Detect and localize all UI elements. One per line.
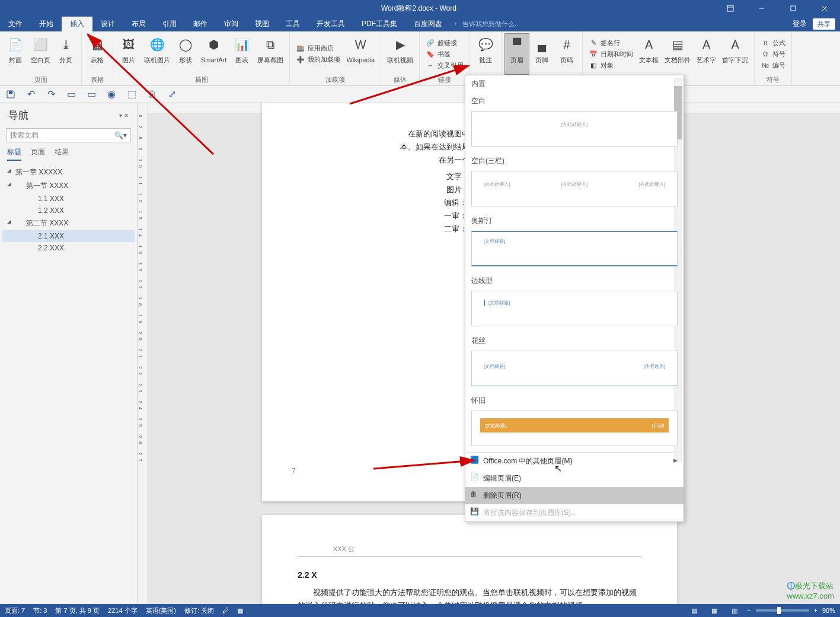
- tell-me-box[interactable]: 告诉我您想做什么...: [451, 20, 520, 28]
- qat-icon[interactable]: ⬚: [126, 88, 138, 100]
- status-words[interactable]: 2214 个字: [108, 606, 138, 615]
- nav-node[interactable]: 1.1 XXX: [2, 193, 135, 205]
- status-section[interactable]: 节: 3: [33, 606, 47, 615]
- menu-tab-布局[interactable]: 布局: [123, 17, 154, 31]
- ribbon-公式[interactable]: π公式: [758, 37, 788, 48]
- gallery-preview-retro[interactable]: [文档标题][日期]: [471, 411, 678, 446]
- qat-icon[interactable]: ⎘: [146, 88, 158, 100]
- ribbon-分页[interactable]: ⤓分页: [54, 34, 78, 74]
- ribbon-表格[interactable]: ▦表格: [85, 34, 109, 74]
- save-icon[interactable]: [5, 88, 17, 100]
- status-macro-icon[interactable]: ▦: [237, 607, 243, 615]
- ribbon-交叉引用[interactable]: ↔交叉引用: [423, 60, 466, 71]
- gallery-preview-three[interactable]: [在此处键入][在此处键入][在此处键入]: [471, 171, 678, 206]
- read-mode-icon[interactable]: ▤: [686, 605, 702, 616]
- web-layout-icon[interactable]: ▥: [727, 605, 742, 616]
- nav-node[interactable]: ◢第二节 XXXX: [2, 217, 135, 230]
- ribbon-屏幕截图[interactable]: ⧉屏幕截图: [255, 34, 286, 74]
- menu-tab-开始[interactable]: 开始: [31, 17, 62, 31]
- gallery-preview-austin[interactable]: [文档标题]: [471, 231, 678, 266]
- ribbon-空白页[interactable]: ⬜空白页: [28, 34, 53, 74]
- ribbon-首字下沉[interactable]: A首字下沉: [720, 34, 750, 74]
- ribbon-编号[interactable]: №编号: [758, 60, 788, 71]
- ribbon-对象[interactable]: ◧对象: [586, 60, 635, 71]
- login-link[interactable]: 登录: [793, 19, 807, 29]
- ribbon-页眉[interactable]: ▀页眉: [505, 34, 529, 74]
- share-button[interactable]: 共享: [813, 18, 835, 30]
- zoom-level[interactable]: 90%: [822, 607, 835, 614]
- ribbon-符号[interactable]: Ω符号: [758, 49, 788, 59]
- nav-tab-标题[interactable]: 标题: [7, 147, 21, 161]
- zoom-slider[interactable]: [756, 609, 809, 612]
- ribbon-页码[interactable]: #页码: [555, 34, 579, 74]
- ribbon-超链接[interactable]: 🔗超链接: [423, 37, 466, 48]
- qat-icon[interactable]: ▭: [85, 88, 97, 100]
- redo-icon[interactable]: ↷: [45, 88, 57, 100]
- ribbon-页脚[interactable]: ▄页脚: [530, 34, 554, 74]
- ribbon-图表[interactable]: 📊图表: [230, 34, 254, 74]
- ribbon-我的加载项[interactable]: ➕我的加载项: [293, 55, 343, 65]
- gallery-remove-header[interactable]: 🗑 删除页眉(R): [465, 487, 684, 504]
- close-button[interactable]: [811, 0, 838, 17]
- ribbon-联机图片[interactable]: 🌐联机图片: [142, 34, 173, 74]
- status-pagecount[interactable]: 第 7 页, 共 9 页: [55, 606, 100, 615]
- status-insert-icon[interactable]: 🖊: [222, 607, 229, 614]
- menu-tab-工具[interactable]: 工具: [277, 17, 308, 31]
- menu-tab-PDF工具集[interactable]: PDF工具集: [353, 17, 405, 31]
- search-icon[interactable]: 🔍▾: [114, 131, 127, 139]
- undo-icon[interactable]: ↶: [25, 88, 37, 100]
- twisty-icon[interactable]: ◢: [7, 218, 11, 224]
- nav-node[interactable]: 1.2 XXX: [2, 205, 135, 217]
- ribbon-options-icon[interactable]: [717, 0, 743, 17]
- menu-tab-邮件[interactable]: 邮件: [185, 17, 216, 31]
- status-tracking[interactable]: 修订: 关闭: [184, 606, 214, 615]
- ribbon-艺术字[interactable]: A艺术字: [694, 34, 718, 74]
- ribbon-书签[interactable]: 🔖书签: [423, 49, 466, 59]
- menu-tab-引用[interactable]: 引用: [154, 17, 185, 31]
- gallery-preview-blank[interactable]: [471, 111, 678, 147]
- menu-tab-开发工具[interactable]: 开发工具: [308, 17, 353, 31]
- nav-node[interactable]: ◢第一章 XXXXX: [2, 166, 135, 179]
- ribbon-批注[interactable]: 💬批注: [474, 34, 497, 74]
- status-page[interactable]: 页面: 7: [5, 606, 25, 615]
- nav-tab-页面[interactable]: 页面: [31, 147, 45, 161]
- nav-node[interactable]: 2.1 XXX: [2, 230, 135, 242]
- menu-tab-审阅[interactable]: 审阅: [216, 17, 247, 31]
- qat-icon[interactable]: ⤢: [166, 88, 178, 100]
- ribbon-签名行[interactable]: ✎签名行: [586, 37, 635, 48]
- qat-icon[interactable]: ▭: [65, 88, 77, 100]
- menu-tab-视图[interactable]: 视图: [247, 17, 277, 31]
- ribbon-SmartArt[interactable]: ⬢SmartArt: [199, 34, 229, 74]
- status-language[interactable]: 英语(美国): [146, 606, 176, 615]
- ribbon-Wikipedia[interactable]: WWikipedia: [344, 34, 377, 74]
- ribbon-图片[interactable]: 🖼图片: [117, 34, 140, 74]
- ribbon-日期和时间[interactable]: 📅日期和时间: [586, 49, 635, 59]
- ribbon-联机视频[interactable]: ▶联机视频: [385, 34, 416, 74]
- gallery-edit-header[interactable]: 📄 编辑页眉(E): [465, 470, 684, 487]
- minimize-button[interactable]: [748, 0, 775, 17]
- nav-search-input[interactable]: 搜索文档 🔍▾: [6, 128, 131, 142]
- maximize-button[interactable]: [780, 0, 806, 17]
- twisty-icon[interactable]: ◢: [7, 181, 11, 187]
- gallery-more-office[interactable]: 🟦 Office.com 中的其他页眉(M) ▶: [465, 453, 684, 470]
- zoom-out-button[interactable]: −: [747, 607, 750, 614]
- touch-mode-icon[interactable]: ◉: [106, 88, 117, 100]
- gallery-preview-border[interactable]: [文档标题]: [471, 291, 678, 326]
- ribbon-封面[interactable]: 📄封面: [4, 34, 27, 74]
- twisty-icon[interactable]: ◢: [7, 167, 11, 173]
- menu-tab-设计[interactable]: 设计: [92, 17, 123, 31]
- nav-node[interactable]: 2.2 XXX: [2, 242, 135, 254]
- menu-tab-百度网盘[interactable]: 百度网盘: [405, 17, 451, 31]
- gallery-preview-filigree[interactable]: [文档标题][作者姓名]: [471, 351, 678, 386]
- ribbon-文档部件[interactable]: ▤文档部件: [662, 34, 693, 74]
- menu-tab-文件[interactable]: 文件: [0, 17, 31, 31]
- nav-dropdown-icon[interactable]: ▾ ✕: [119, 112, 129, 119]
- print-layout-icon[interactable]: ▦: [707, 605, 722, 616]
- ribbon-文本框[interactable]: A文本框: [637, 34, 661, 74]
- nav-tab-结果[interactable]: 结果: [55, 147, 69, 161]
- nav-node[interactable]: ◢第一节 XXXX: [2, 179, 135, 193]
- ribbon-形状[interactable]: ◯形状: [174, 34, 197, 74]
- ribbon-应用商店[interactable]: 🏬应用商店: [293, 43, 343, 54]
- zoom-in-button[interactable]: +: [814, 607, 817, 614]
- menu-tab-插入[interactable]: 插入: [62, 17, 92, 31]
